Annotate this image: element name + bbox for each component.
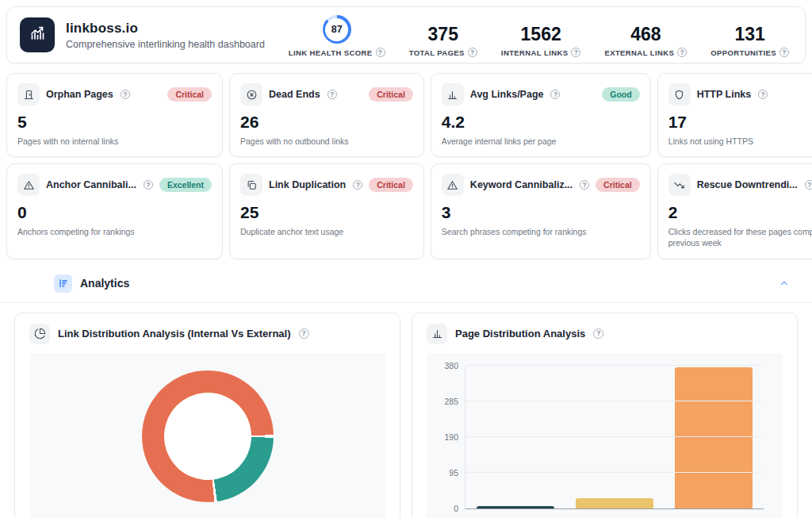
help-icon[interactable]: ? <box>593 328 603 339</box>
stat-label-text: LINK HEALTH SCORE <box>289 48 373 57</box>
analytics-icon <box>54 274 72 293</box>
status-badge: Good <box>602 87 639 102</box>
metric-card-dead-ends: Dead Ends ? Critical 26 Pages with no ou… <box>229 73 424 157</box>
circle-x-icon <box>240 83 262 106</box>
y-tick-label: 95 <box>449 468 458 478</box>
y-tick-label: 285 <box>444 397 458 406</box>
help-icon[interactable]: ? <box>571 48 580 57</box>
bar-slot <box>465 366 565 508</box>
header-stat: 468 EXTERNAL LINKS ? <box>604 13 687 57</box>
bars <box>465 366 764 508</box>
help-icon[interactable]: ? <box>121 90 130 99</box>
stat-label: LINK HEALTH SCORE ? <box>289 48 385 57</box>
header-stats: 87 LINK HEALTH SCORE ? 375 TOTAL PAGES ?… <box>289 13 789 57</box>
bar-0 <box>477 506 554 508</box>
header-stat: 375 TOTAL PAGES ? <box>409 13 477 57</box>
metric-title: Dead Ends <box>269 89 320 100</box>
metric-description: Links not using HTTPS <box>668 136 812 147</box>
stat-value: 468 <box>630 25 661 44</box>
metric-description: Pages with no outbound links <box>240 136 413 147</box>
bar-chart-icon <box>427 324 447 344</box>
metric-title: Anchor Cannibali... <box>46 179 136 190</box>
donut-chart-area: External LinkInternal Link <box>29 353 385 518</box>
help-icon[interactable]: ? <box>353 180 362 190</box>
chart-title: Link Distribution Analysis (Internal Vs … <box>58 328 291 340</box>
warning-icon <box>442 174 464 196</box>
metric-value: 4.2 <box>442 113 640 132</box>
metric-cards-grid: Orphan Pages ? Critical 5 Pages with no … <box>6 73 806 259</box>
stat-label-text: EXTERNAL LINKS <box>604 48 674 57</box>
stat-label: OPPORTUNITIES ? <box>710 48 789 57</box>
link-health-score-ring: 87 <box>323 15 351 44</box>
bar-slot <box>565 366 664 508</box>
help-icon[interactable]: ? <box>468 48 477 57</box>
metric-card-orphan-pages: Orphan Pages ? Critical 5 Pages with no … <box>6 73 223 157</box>
gridline <box>465 436 764 437</box>
metric-card-header: Avg Links/Page ? Good <box>442 83 640 106</box>
shield-icon <box>668 83 691 106</box>
brand-text: linkboss.io Comprehensive interlinking h… <box>66 21 265 50</box>
help-icon[interactable]: ? <box>677 48 687 57</box>
stat-value: 1562 <box>521 25 561 44</box>
metric-value: 2 <box>668 203 812 222</box>
metric-card-header: Anchor Cannibali... ? Excellent <box>17 174 212 196</box>
help-icon[interactable]: ? <box>376 48 385 57</box>
chevron-up-icon[interactable] <box>779 278 790 289</box>
metric-description: Pages with no internal links <box>17 136 212 147</box>
stat-label: TOTAL PAGES ? <box>409 48 477 57</box>
app-title: linkboss.io <box>66 21 265 36</box>
stat-label-text: TOTAL PAGES <box>409 48 465 57</box>
help-icon[interactable]: ? <box>580 180 589 190</box>
bar-2 <box>675 367 753 508</box>
trending-down-icon <box>668 174 691 196</box>
charts-row: Link Distribution Analysis (Internal Vs … <box>6 313 806 518</box>
metric-card-keyword-cannibalization: Keyword Cannibaliz... ? Critical 3 Searc… <box>431 163 651 259</box>
metric-card-header: Orphan Pages ? Critical <box>17 83 212 106</box>
metric-value: 26 <box>240 113 413 132</box>
help-icon[interactable]: ? <box>144 180 153 190</box>
gridline <box>465 401 764 401</box>
metric-card-header: Rescue Downtrendi... ? Critical <box>668 174 812 196</box>
help-icon[interactable]: ? <box>805 180 812 190</box>
help-icon[interactable]: ? <box>327 90 337 99</box>
copy-icon <box>240 174 262 196</box>
help-icon[interactable]: ? <box>758 90 768 99</box>
metric-card-header: Link Duplication ? Critical <box>240 174 413 196</box>
metric-card-anchor-cannibalization: Anchor Cannibali... ? Excellent 0 Anchor… <box>6 163 223 259</box>
chart-card-header: Link Distribution Analysis (Internal Vs … <box>29 324 385 344</box>
metric-value: 5 <box>17 113 212 132</box>
metric-value: 17 <box>668 113 812 132</box>
metric-card-avg-links-page: Avg Links/Page ? Good 4.2 Average intern… <box>431 73 651 157</box>
metric-description: Clicks decreased for these pages compare… <box>668 226 812 248</box>
metric-description: Duplicate anchor text usage <box>240 226 413 237</box>
status-badge: Critical <box>167 87 212 102</box>
metric-title: HTTP Links <box>697 89 752 100</box>
help-icon[interactable]: ? <box>779 48 789 57</box>
bar-chart-plot: Orphan PagesDead End PagesTotal Pages 09… <box>465 366 764 509</box>
analytics-title: Analytics <box>80 277 129 290</box>
y-tick-label: 190 <box>444 432 458 442</box>
dashboard-page: linkboss.io Comprehensive interlinking h… <box>0 0 812 518</box>
metric-card-link-duplication: Link Duplication ? Critical 25 Duplicate… <box>229 163 424 259</box>
chart-card-header: Page Distribution Analysis ? <box>427 324 783 344</box>
header: linkboss.io Comprehensive interlinking h… <box>6 6 806 63</box>
bar-slot <box>665 366 764 508</box>
analytics-section-header[interactable]: Analytics <box>0 267 812 303</box>
stat-value: 87 <box>325 18 348 41</box>
metric-value: 0 <box>17 203 212 222</box>
help-icon[interactable]: ? <box>550 90 560 99</box>
metric-title: Link Duplication <box>269 179 346 190</box>
metric-title: Keyword Cannibaliz... <box>470 179 573 190</box>
brand: linkboss.io Comprehensive interlinking h… <box>20 17 265 52</box>
stat-label: INTERNAL LINKS ? <box>501 48 581 57</box>
gridline <box>465 365 764 366</box>
metric-title: Avg Links/Page <box>470 89 544 100</box>
donut-chart <box>142 370 274 502</box>
metric-description: Anchors competing for rankings <box>17 226 212 237</box>
metric-card-header: HTTP Links ? Critical <box>668 83 812 106</box>
stat-value: 131 <box>734 25 764 44</box>
help-icon[interactable]: ? <box>299 328 309 339</box>
metric-title: Rescue Downtrendi... <box>697 179 798 190</box>
door-icon <box>17 83 40 106</box>
metric-card-header: Dead Ends ? Critical <box>240 83 413 106</box>
